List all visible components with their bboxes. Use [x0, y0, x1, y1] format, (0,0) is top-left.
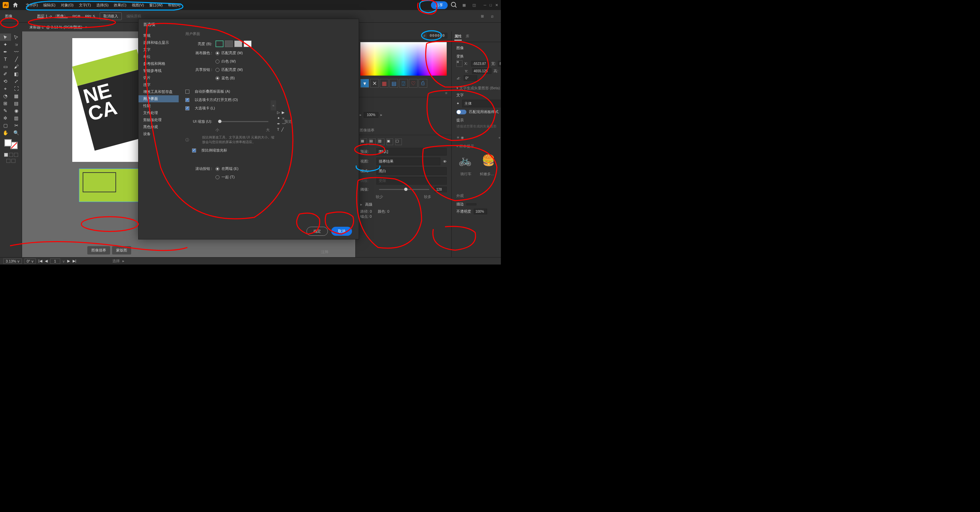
brightness-medium-light[interactable]	[234, 40, 242, 47]
trace-preset-icon-3[interactable]: ▥	[378, 138, 385, 145]
nav-ui[interactable]: 用户界面	[138, 95, 179, 102]
page-input[interactable]: 1	[50, 259, 60, 264]
workspace-icon[interactable]: ◫	[471, 2, 478, 9]
nav-smart-guides[interactable]: 智能参考线	[138, 67, 179, 74]
rectangle-tool[interactable]: ▭	[0, 63, 11, 70]
curvature-tool[interactable]: 〰	[11, 48, 22, 56]
perspective-tool[interactable]: ▦	[11, 92, 22, 100]
share-button[interactable]: 共享	[431, 2, 448, 9]
color-swatch[interactable]	[4, 139, 18, 149]
sun-icon[interactable]: ☀	[457, 135, 460, 140]
width-tool[interactable]: ⌖	[0, 85, 11, 92]
graph-tool[interactable]: ▥	[11, 114, 22, 122]
menu-window[interactable]: 窗口(W)	[147, 2, 165, 9]
swatch-dropdown-icon[interactable]: ▾	[360, 79, 369, 87]
document-tab[interactable]: 未标题-1* @ 3.13 % (RGB/预览) ×	[26, 24, 90, 31]
preset-dropdown[interactable]: [默认]	[376, 148, 447, 156]
nav-hyphenation[interactable]: 连字	[138, 81, 179, 88]
share-match-radio[interactable]	[215, 68, 220, 72]
window-minimize-button[interactable]: ─	[484, 3, 487, 7]
lasso-tool[interactable]: ⟉	[11, 41, 22, 48]
advanced-toggle[interactable]: 高级	[365, 202, 372, 207]
panel-menu-icon[interactable]: ≡	[445, 91, 447, 95]
line-tool[interactable]: ╱	[11, 56, 22, 63]
dialog-collapse-icon[interactable]: «	[271, 100, 276, 110]
nav-guides[interactable]: 参考线和网格	[138, 60, 179, 67]
swatch-rss-icon[interactable]: ⍰	[399, 79, 408, 87]
arrange-icon[interactable]: ▦	[460, 2, 468, 9]
nav-black[interactable]: 黑色外观	[138, 123, 179, 130]
panel-grid-icon[interactable]: ⊞	[479, 13, 486, 20]
eyedropper-tool[interactable]: ✎	[0, 107, 11, 114]
nav-devices[interactable]: 设备	[138, 130, 179, 137]
w-input[interactable]: 8970.245	[498, 61, 501, 67]
zoom-dropdown[interactable]: 3.13% v	[3, 259, 22, 264]
mesh-tool[interactable]: ⊞	[0, 100, 11, 107]
draw-mode-icons[interactable]	[4, 153, 18, 157]
ui-scale-slider[interactable]	[218, 121, 268, 122]
canvas-white-radio[interactable]	[215, 59, 220, 64]
angle-input[interactable]: 0°	[464, 75, 477, 81]
trace-preset-icon-2[interactable]: ▤	[369, 138, 376, 145]
brightness-dark[interactable]	[215, 40, 223, 47]
swatch-panel-icon[interactable]: ▤	[390, 79, 398, 87]
subject-dropdown[interactable]: 主体	[462, 100, 501, 107]
scroll-together-radio[interactable]	[215, 175, 220, 179]
menu-edit[interactable]: 编辑(E)	[41, 2, 57, 9]
hint-placeholder[interactable]: 请描述您要生成的矢量图形	[457, 124, 501, 129]
menu-help[interactable]: 帮助(H)	[166, 2, 182, 9]
view-dropdown[interactable]: 描摹结果	[376, 157, 440, 165]
unembed-button[interactable]: 取消嵌入	[100, 13, 122, 20]
artboard-tool[interactable]: ▢	[0, 122, 11, 129]
hand-tool[interactable]: ✋	[0, 129, 11, 137]
last-page-icon[interactable]: ▶	[67, 259, 70, 263]
pen-tool[interactable]: ✒	[0, 48, 11, 56]
shaper-tool[interactable]: ✐	[0, 70, 11, 78]
swatch-close-icon[interactable]: ✕	[370, 79, 379, 87]
stroke-width-input[interactable]	[466, 204, 476, 205]
bike-sample-icon[interactable]: 🚲	[458, 154, 472, 167]
selection-tool[interactable]	[0, 33, 11, 41]
swatch-print-icon[interactable]: ⎙	[418, 79, 427, 87]
nav-units[interactable]: 单位	[138, 53, 179, 60]
swatch-grid-icon[interactable]: ▦	[380, 79, 388, 87]
tab-close-icon[interactable]: ×	[85, 25, 87, 29]
nav-slices[interactable]: 切片	[138, 74, 179, 81]
menu-type[interactable]: 文字(T)	[77, 2, 93, 9]
canvas-match-radio[interactable]	[215, 51, 220, 55]
nav-file-handling[interactable]: 文件处理	[138, 109, 179, 116]
opacity-input[interactable]: 100%	[474, 209, 487, 215]
nav-general[interactable]: 常规	[138, 32, 179, 39]
screen-mode-icons[interactable]	[6, 159, 15, 163]
window-close-button[interactable]: ✕	[495, 3, 498, 7]
match-style-toggle[interactable]	[457, 110, 466, 114]
auto-collapse-checkbox[interactable]	[185, 90, 189, 94]
zoom-tool[interactable]: 🔍	[11, 129, 22, 137]
menu-select[interactable]: 选择(S)	[94, 2, 111, 9]
x-input[interactable]: -5523.87	[471, 61, 489, 67]
mode-dropdown[interactable]: 黑白	[376, 167, 447, 175]
eraser-tool[interactable]: ◧	[11, 70, 22, 78]
nav-selection[interactable]: 选择和锚点显示	[138, 39, 179, 46]
trace-preset-icon-4[interactable]: ▣	[387, 138, 393, 145]
window-maximize-button[interactable]: □	[490, 3, 492, 7]
swatch-heart-icon[interactable]: ♡	[409, 79, 418, 87]
nav-performance[interactable]: 性能	[138, 102, 179, 109]
y-input[interactable]: 4655.125	[472, 68, 492, 74]
properties-tab[interactable]: 属性	[454, 33, 462, 40]
reference-point-icon[interactable]: ⊞	[457, 60, 462, 67]
burger-sample-icon[interactable]: 🍔	[482, 154, 495, 167]
next-page-icon[interactable]: v	[63, 259, 65, 263]
image-trace-button[interactable]: 图像描摹	[88, 246, 110, 254]
gradient-tool[interactable]: ▤	[11, 100, 22, 107]
rotate-tool[interactable]: ⟲	[0, 78, 11, 85]
threshold-value[interactable]: 128	[434, 187, 447, 192]
nav-plugins[interactable]: 增效工具和暂存盘	[138, 88, 179, 95]
blend-tool[interactable]: ◉	[11, 107, 22, 114]
magic-wand-tool[interactable]: ✦	[0, 41, 11, 48]
menu-view[interactable]: 视图(V)	[130, 2, 146, 9]
first-page-icon[interactable]: |◀	[38, 259, 42, 263]
menu-effect[interactable]: 效果(C)	[112, 2, 128, 9]
trace-preset-icon-1[interactable]: ▦	[360, 138, 367, 145]
scale-cursor-checkbox[interactable]	[192, 148, 196, 153]
